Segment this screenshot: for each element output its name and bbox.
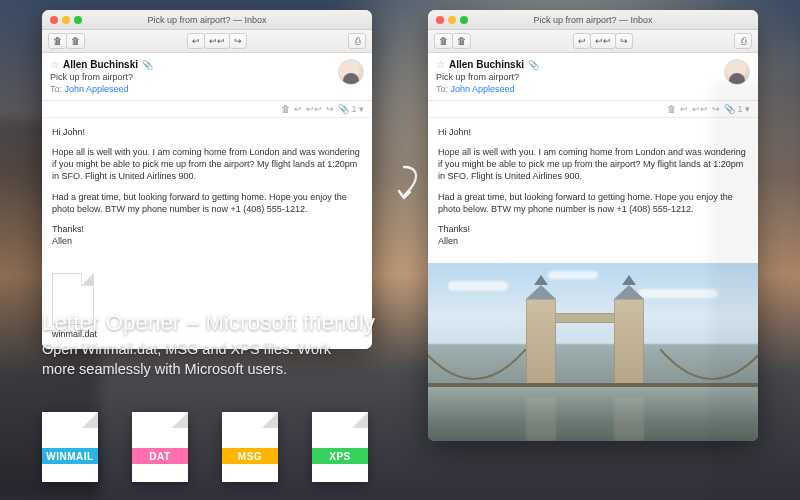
reply-button[interactable]: ↩ [187, 33, 205, 49]
signoff-2: Allen [438, 236, 458, 246]
avatar [724, 59, 750, 85]
greeting: Hi John! [52, 126, 362, 138]
to-value: John Appleseed [65, 84, 129, 94]
msg-reply-icon[interactable]: ↩ [680, 104, 688, 114]
print-button[interactable]: ⎙ [734, 33, 752, 49]
toolbar: 🗑 🗑 ↩ ↩↩ ↪ ⎙ [42, 30, 372, 53]
flag-star-icon[interactable]: ☆ [436, 59, 445, 70]
message-action-bar: 🗑 ↩ ↩↩ ↪ 📎 1 ▾ [42, 101, 372, 118]
forward-button[interactable]: ↪ [615, 33, 633, 49]
subject: Pick up from airport? [436, 72, 716, 82]
message-header: ☆ Allen Buchinski 📎 Pick up from airport… [42, 53, 372, 101]
forward-button[interactable]: ↪ [229, 33, 247, 49]
message-action-bar: 🗑 ↩ ↩↩ ↪ 📎 1 ▾ [428, 101, 758, 118]
window-title: Pick up from airport? — Inbox [42, 15, 372, 25]
reply-all-button[interactable]: ↩↩ [204, 33, 230, 49]
print-button[interactable]: ⎙ [348, 33, 366, 49]
msg-forward-icon[interactable]: ↪ [712, 104, 720, 114]
to-label: To: [50, 84, 62, 94]
msg-attach-count[interactable]: 📎 1 ▾ [724, 104, 750, 114]
subheadline: Open Winmail.dat, MSG and XPS files. Wor… [42, 340, 331, 379]
signoff-1: Thanks! [52, 224, 84, 234]
msg-forward-icon[interactable]: ↪ [326, 104, 334, 114]
junk-button[interactable]: 🗑 [66, 33, 85, 49]
close-icon[interactable] [436, 16, 444, 24]
signoff-2: Allen [52, 236, 72, 246]
zoom-icon[interactable] [74, 16, 82, 24]
avatar [338, 59, 364, 85]
sender-name: Allen Buchinski [449, 59, 524, 70]
msg-reply-all-icon[interactable]: ↩↩ [692, 104, 708, 114]
promo-stage: Pick up from airport? — Inbox 🗑 🗑 ↩ ↩↩ ↪… [0, 0, 800, 500]
greeting: Hi John! [438, 126, 748, 138]
zoom-icon[interactable] [460, 16, 468, 24]
badge-msg: MSG [222, 412, 278, 482]
reply-all-button[interactable]: ↩↩ [590, 33, 616, 49]
body-para-2: Had a great time, but looking forward to… [438, 191, 748, 215]
mail-window-before: Pick up from airport? — Inbox 🗑 🗑 ↩ ↩↩ ↪… [42, 10, 372, 349]
minimize-icon[interactable] [448, 16, 456, 24]
subheadline-line-1: Open Winmail.dat, MSG and XPS files. Wor… [42, 341, 331, 357]
attachment-icon: 📎 [142, 60, 153, 70]
trash-button[interactable]: 🗑 [434, 33, 453, 49]
trash-button[interactable]: 🗑 [48, 33, 67, 49]
badge-label: XPS [312, 448, 368, 464]
mail-window-after: Pick up from airport? — Inbox 🗑 🗑 ↩ ↩↩ ↪… [428, 10, 758, 441]
badge-xps: XPS [312, 412, 368, 482]
subject: Pick up from airport? [50, 72, 330, 82]
msg-junk-icon[interactable]: 🗑 [281, 104, 290, 114]
msg-junk-icon[interactable]: 🗑 [667, 104, 676, 114]
badge-label: WINMAIL [42, 448, 98, 464]
body-para-1: Hope all is well with you. I am coming h… [52, 146, 362, 182]
close-icon[interactable] [50, 16, 58, 24]
titlebar: Pick up from airport? — Inbox [428, 10, 758, 30]
message-body: Hi John! Hope all is well with you. I am… [428, 118, 758, 263]
convert-arrow-icon [393, 163, 423, 203]
inline-photo [428, 263, 758, 441]
body-para-2: Had a great time, but looking forward to… [52, 191, 362, 215]
badge-label: DAT [132, 448, 188, 464]
reply-button[interactable]: ↩ [573, 33, 591, 49]
message-header: ☆ Allen Buchinski 📎 Pick up from airport… [428, 53, 758, 101]
subheadline-line-2: more seamlessly with Microsoft users. [42, 361, 287, 377]
to-label: To: [436, 84, 448, 94]
badge-dat: DAT [132, 412, 188, 482]
sender-name: Allen Buchinski [63, 59, 138, 70]
window-title: Pick up from airport? — Inbox [428, 15, 758, 25]
signoff-1: Thanks! [438, 224, 470, 234]
attachment-icon: 📎 [528, 60, 539, 70]
titlebar: Pick up from airport? — Inbox [42, 10, 372, 30]
flag-star-icon[interactable]: ☆ [50, 59, 59, 70]
minimize-icon[interactable] [62, 16, 70, 24]
to-value: John Appleseed [451, 84, 515, 94]
msg-attach-count[interactable]: 📎 1 ▾ [338, 104, 364, 114]
badge-winmail: WINMAIL [42, 412, 98, 482]
file-type-badges: WINMAIL DAT MSG XPS [42, 412, 368, 482]
attachment-area: winmail.dat [42, 263, 372, 349]
body-para-1: Hope all is well with you. I am coming h… [438, 146, 748, 182]
toolbar: 🗑 🗑 ↩ ↩↩ ↪ ⎙ [428, 30, 758, 53]
msg-reply-icon[interactable]: ↩ [294, 104, 302, 114]
message-body: Hi John! Hope all is well with you. I am… [42, 118, 372, 263]
headline: Letter Opener – Microsoft friendly [42, 310, 375, 336]
badge-label: MSG [222, 448, 278, 464]
junk-button[interactable]: 🗑 [452, 33, 471, 49]
msg-reply-all-icon[interactable]: ↩↩ [306, 104, 322, 114]
